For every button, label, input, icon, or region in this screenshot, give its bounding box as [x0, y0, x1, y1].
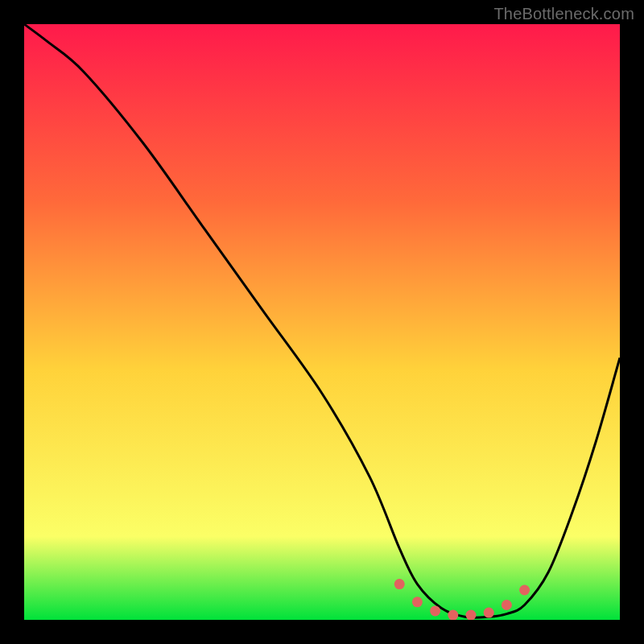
- chart-stage: TheBottleneck.com: [0, 0, 644, 644]
- sweet-spot-marker: [519, 585, 530, 596]
- plot-area: [24, 24, 620, 620]
- chart-svg: [24, 24, 620, 620]
- watermark-text: TheBottleneck.com: [493, 5, 634, 23]
- sweet-spot-marker: [466, 610, 477, 620]
- sweet-spot-marker: [484, 608, 494, 618]
- sweet-spot-marker: [412, 597, 423, 607]
- sweet-spot-marker: [502, 600, 512, 610]
- sweet-spot-marker: [448, 610, 458, 620]
- gradient-bg: [24, 24, 620, 620]
- sweet-spot-marker: [394, 579, 405, 589]
- sweet-spot-marker: [430, 605, 440, 616]
